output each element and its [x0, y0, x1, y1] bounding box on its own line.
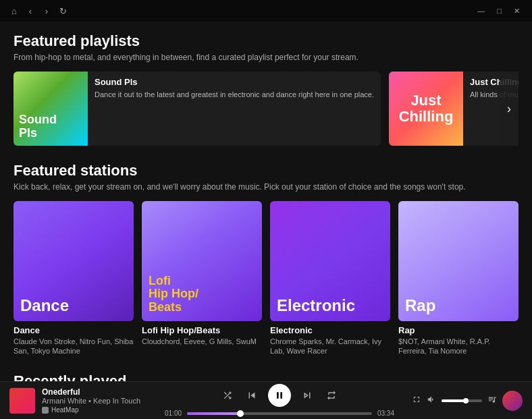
time-total: 03:34 — [377, 410, 394, 417]
progress-row: 01:00 03:34 — [165, 410, 394, 417]
playlist-desc-soundpls: Dance it out to the latest and greatest … — [95, 90, 374, 100]
featured-playlists-title: Featured playlists — [14, 32, 518, 50]
featured-stations-section: Featured stations Kick back, relax, get … — [14, 162, 518, 356]
next-button[interactable] — [299, 387, 315, 403]
player-track-info: Onederful Armani White • Keep In Touch H… — [42, 387, 140, 414]
station-label-lofi: LofiHip Hop/Beats — [149, 275, 198, 314]
scroll-right-arrow[interactable]: › — [500, 72, 518, 146]
featured-stations-title: Featured stations — [14, 162, 518, 179]
progress-fill — [187, 412, 240, 415]
station-name-dance: Dance — [14, 325, 134, 335]
stations-row: Dance Dance Claude Von Stroke, Nitro Fun… — [14, 201, 518, 356]
play-pause-button[interactable] — [268, 384, 291, 407]
player-source-tag: HeatMap — [42, 406, 140, 414]
station-name-electronic: Electronic — [270, 325, 390, 335]
volume-bar[interactable] — [442, 399, 482, 402]
back-icon[interactable]: ‹ — [24, 5, 36, 17]
player-bar: Onederful Armani White • Keep In Touch H… — [0, 381, 532, 419]
home-icon[interactable]: ⌂ — [8, 5, 20, 17]
maximize-button[interactable]: □ — [493, 5, 506, 16]
station-thumb-lofi: LofiHip Hop/Beats — [142, 201, 262, 321]
forward-icon[interactable]: › — [41, 5, 53, 17]
player-album-art — [9, 388, 35, 414]
station-artists-rap: $NOT, Armani White, R.A.P. Ferreira, Tia… — [398, 337, 518, 356]
station-label-rap: Rap — [405, 297, 435, 314]
station-card-electronic[interactable]: Electronic Electronic Chrome Sparks, Mr.… — [270, 201, 390, 356]
player-controls — [219, 384, 340, 407]
volume-fill — [442, 399, 466, 402]
player-left: Onederful Armani White • Keep In Touch H… — [9, 387, 158, 414]
volume-icon[interactable] — [427, 395, 436, 406]
prev-button[interactable] — [244, 387, 260, 403]
playlist-info-soundpls: Sound Pls Dance it out to the latest and… — [88, 72, 381, 146]
featured-playlists-subtitle: From hip-hop to metal, and everything in… — [14, 53, 518, 62]
shuffle-button[interactable] — [219, 387, 236, 403]
station-name-lofi: Lofi Hip Hop/Beats — [142, 325, 262, 335]
recently-played-section: Recently played Your listening history f… — [14, 372, 518, 381]
station-thumb-electronic: Electronic — [270, 201, 390, 321]
station-card-dance[interactable]: Dance Dance Claude Von Stroke, Nitro Fun… — [14, 201, 134, 356]
player-track-name: Onederful — [42, 387, 140, 397]
refresh-icon[interactable]: ↻ — [57, 5, 69, 17]
nav-right: — □ ✕ — [473, 5, 524, 17]
station-label-electronic: Electronic — [277, 297, 355, 314]
playlist-thumb-soundpls: SoundPls — [14, 72, 88, 146]
playlists-scroll-wrapper: SoundPls Sound Pls Dance it out to the l… — [14, 72, 518, 146]
station-name-rap: Rap — [398, 325, 518, 335]
top-nav: ⌂ ‹ › ↻ — □ ✕ — [0, 0, 532, 22]
station-thumb-rap: Rap — [398, 201, 518, 321]
featured-playlists-section: Featured playlists From hip-hop to metal… — [14, 32, 518, 146]
main-content: Featured playlists From hip-hop to metal… — [0, 22, 532, 381]
time-current: 01:00 — [165, 410, 182, 417]
nav-left: ⌂ ‹ › ↻ — [8, 5, 69, 17]
close-button[interactable]: ✕ — [510, 5, 524, 17]
station-label-dance: Dance — [20, 297, 69, 314]
queue-button[interactable] — [487, 395, 497, 406]
minimize-button[interactable]: — — [473, 5, 489, 16]
station-artists-dance: Claude Von Stroke, Nitro Fun, Shiba San,… — [14, 337, 134, 356]
station-thumb-dance: Dance — [14, 201, 134, 321]
station-card-lofi[interactable]: LofiHip Hop/Beats Lofi Hip Hop/Beats Clo… — [142, 201, 262, 356]
playlist-name-soundpls: Sound Pls — [95, 77, 374, 87]
heatmap-icon — [42, 407, 49, 414]
player-right — [401, 391, 523, 411]
progress-bar[interactable] — [187, 412, 372, 415]
progress-dot — [237, 410, 244, 417]
featured-stations-subtitle: Kick back, relax, get your stream on, an… — [14, 182, 518, 192]
player-source-label: HeatMap — [51, 406, 79, 414]
station-artists-lofi: Cloudchord, Eevee, G Mills, SwuM — [142, 337, 262, 346]
playlist-thumb-justchilling: JustChilling — [389, 72, 463, 146]
recently-played-title: Recently played — [14, 372, 518, 381]
station-artists-electronic: Chrome Sparks, Mr. Carmack, Ivy Lab, Wav… — [270, 337, 390, 356]
player-avatar — [502, 391, 523, 411]
repeat-button[interactable] — [323, 387, 340, 403]
screen-button[interactable] — [412, 395, 421, 406]
player-track-artist: Armani White • Keep In Touch — [42, 397, 140, 405]
player-center: 01:00 03:34 — [158, 384, 401, 417]
playlists-row: SoundPls Sound Pls Dance it out to the l… — [14, 72, 518, 146]
volume-dot — [463, 398, 469, 403]
playlist-card-soundpls[interactable]: SoundPls Sound Pls Dance it out to the l… — [14, 72, 381, 146]
station-card-rap[interactable]: Rap Rap $NOT, Armani White, R.A.P. Ferre… — [398, 201, 518, 356]
